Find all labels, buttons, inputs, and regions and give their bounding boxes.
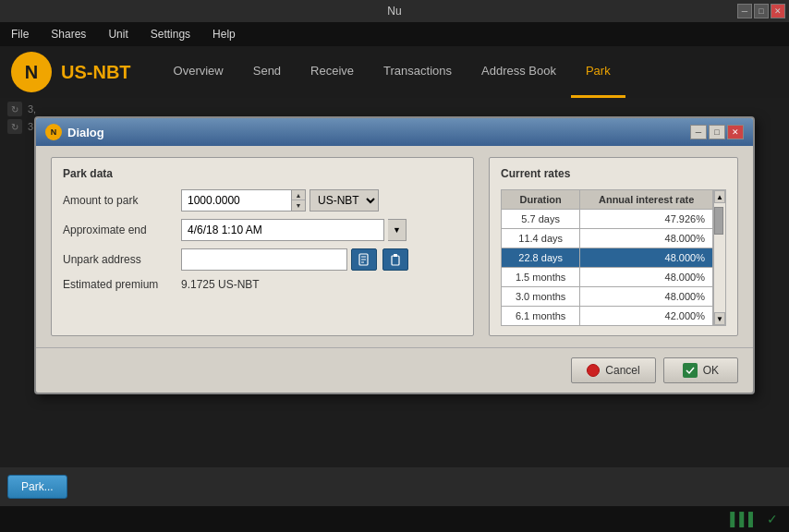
- menu-help[interactable]: Help: [209, 26, 239, 42]
- rate-duration-1: 11.4 days: [502, 229, 580, 248]
- title-bar: Nu ─ □ ✕: [0, 0, 789, 22]
- amount-field[interactable]: [181, 189, 292, 212]
- currency-select[interactable]: US-NBT: [310, 189, 379, 212]
- ok-button[interactable]: OK: [663, 357, 738, 383]
- rates-wrapper: Duration Annual interest rate 5.7 days47…: [501, 189, 726, 326]
- nav-receive[interactable]: Receive: [296, 46, 369, 98]
- nav-park[interactable]: Park: [571, 46, 625, 98]
- current-rates-title: Current rates: [501, 167, 726, 180]
- nav-address-book[interactable]: Address Book: [467, 46, 571, 98]
- content-area: ↻ 3, ↻ 3, N Dialog: [0, 98, 789, 467]
- rate-duration-2: 22.8 days: [502, 248, 580, 268]
- dialog-title: Dialog: [67, 126, 104, 139]
- rates-table: Duration Annual interest rate 5.7 days47…: [501, 189, 713, 326]
- nav-transactions[interactable]: Transactions: [369, 46, 467, 98]
- approx-end-input-group: ▼: [181, 219, 407, 241]
- bottom-status-bar: ▌▌▌ ✓: [0, 506, 789, 532]
- right-panel: Current rates Duration Annual interest r…: [489, 157, 738, 336]
- window-controls: ─ □ ✕: [737, 4, 785, 18]
- svg-rect-5: [394, 254, 397, 257]
- app-logo: N: [11, 52, 52, 92]
- nav-links: Overview Send Receive Transactions Addre…: [159, 46, 625, 98]
- amount-label: Amount to park: [63, 194, 174, 207]
- rate-value-2: 48.000%: [580, 248, 713, 268]
- signal-icon: ▌▌▌: [730, 512, 758, 526]
- dialog-close-btn[interactable]: ✕: [727, 125, 744, 139]
- rate-row-3[interactable]: 1.5 months48.000%: [502, 268, 713, 287]
- park-button[interactable]: Park...: [7, 475, 67, 499]
- dialog-title-bar: N Dialog ─ □ ✕: [36, 118, 753, 146]
- estimated-label: Estimated premium: [63, 278, 174, 291]
- cancel-button[interactable]: Cancel: [571, 357, 655, 383]
- close-button[interactable]: ✕: [771, 4, 785, 18]
- rate-value-5: 42.000%: [580, 307, 713, 326]
- app-window: Nu ─ □ ✕ File Shares Unit Settings Help …: [0, 0, 789, 532]
- dialog: N Dialog ─ □ ✕ Park data: [34, 116, 755, 394]
- brand-name: US-NBT: [61, 62, 131, 83]
- col-rate: Annual interest rate: [580, 190, 713, 210]
- park-data-title: Park data: [63, 167, 462, 180]
- amount-up-btn[interactable]: ▲: [292, 190, 305, 200]
- nav-send[interactable]: Send: [238, 46, 296, 98]
- ok-icon: [683, 363, 698, 378]
- amount-row: Amount to park ▲ ▼: [63, 189, 462, 212]
- menu-settings[interactable]: Settings: [147, 26, 194, 42]
- unpark-input-group: [181, 248, 408, 271]
- menu-unit[interactable]: Unit: [104, 26, 131, 42]
- nav-overview[interactable]: Overview: [159, 46, 238, 98]
- nav-bar: N US-NBT Overview Send Receive Transacti…: [0, 46, 789, 98]
- scroll-up-btn[interactable]: ▲: [714, 190, 725, 203]
- amount-down-btn[interactable]: ▼: [292, 200, 305, 211]
- left-panel: Park data Amount to park ▲ ▼: [51, 157, 474, 336]
- dialog-overlay: N Dialog ─ □ ✕ Park data: [0, 98, 789, 467]
- svg-rect-4: [392, 256, 399, 265]
- minimize-button[interactable]: ─: [737, 4, 752, 18]
- rate-duration-0: 5.7 days: [502, 210, 580, 229]
- amount-spin-buttons: ▲ ▼: [292, 189, 306, 212]
- check-icon: ✓: [767, 512, 778, 526]
- dialog-body: Park data Amount to park ▲ ▼: [36, 146, 753, 347]
- amount-input-group: ▲ ▼ US-NBT: [181, 189, 379, 212]
- dialog-title-left: N Dialog: [45, 124, 104, 140]
- approx-end-label: Approximate end: [63, 224, 174, 236]
- paste-address-btn[interactable]: [382, 248, 408, 271]
- col-duration: Duration: [502, 190, 580, 210]
- menu-file[interactable]: File: [7, 26, 32, 42]
- unpark-address-row: Unpark address: [63, 248, 462, 271]
- rate-row-2[interactable]: 22.8 days48.000%: [502, 248, 713, 268]
- dialog-maximize-btn[interactable]: □: [709, 125, 725, 139]
- dialog-footer: Cancel OK: [36, 347, 753, 393]
- rate-value-1: 48.000%: [580, 229, 713, 248]
- rate-duration-3: 1.5 months: [502, 268, 580, 287]
- maximize-button[interactable]: □: [754, 4, 769, 18]
- dialog-minimize-btn[interactable]: ─: [690, 125, 707, 139]
- amount-spinner: ▲ ▼: [181, 189, 306, 212]
- rate-duration-5: 6.1 months: [502, 307, 580, 326]
- address-book-btn[interactable]: [351, 248, 377, 271]
- unpark-address-field[interactable]: [181, 248, 347, 271]
- rate-row-5[interactable]: 6.1 months42.000%: [502, 307, 713, 326]
- app-title: Nu: [387, 5, 401, 18]
- scroll-thumb[interactable]: [714, 207, 723, 235]
- rate-duration-4: 3.0 months: [502, 287, 580, 307]
- bottom-section: Park...: [0, 467, 789, 506]
- rate-value-0: 47.926%: [580, 210, 713, 229]
- scroll-track: [714, 203, 725, 312]
- estimated-value: 9.1725 US-NBT: [181, 278, 260, 291]
- date-dropdown-btn[interactable]: ▼: [388, 219, 407, 241]
- approx-end-field[interactable]: [181, 219, 384, 241]
- cancel-icon: [587, 364, 600, 377]
- rate-row-0[interactable]: 5.7 days47.926%: [502, 210, 713, 229]
- dialog-controls: ─ □ ✕: [690, 125, 744, 139]
- unpark-label: Unpark address: [63, 253, 174, 266]
- rate-row-4[interactable]: 3.0 months48.000%: [502, 287, 713, 307]
- rate-row-1[interactable]: 11.4 days48.000%: [502, 229, 713, 248]
- rates-scrollbar[interactable]: ▲ ▼: [713, 189, 726, 326]
- menu-shares[interactable]: Shares: [47, 26, 90, 42]
- menu-bar: File Shares Unit Settings Help: [0, 22, 789, 46]
- estimated-row: Estimated premium 9.1725 US-NBT: [63, 278, 462, 291]
- approx-end-row: Approximate end ▼: [63, 219, 462, 241]
- rate-value-3: 48.000%: [580, 268, 713, 287]
- rate-value-4: 48.000%: [580, 287, 713, 307]
- scroll-down-btn[interactable]: ▼: [714, 312, 725, 325]
